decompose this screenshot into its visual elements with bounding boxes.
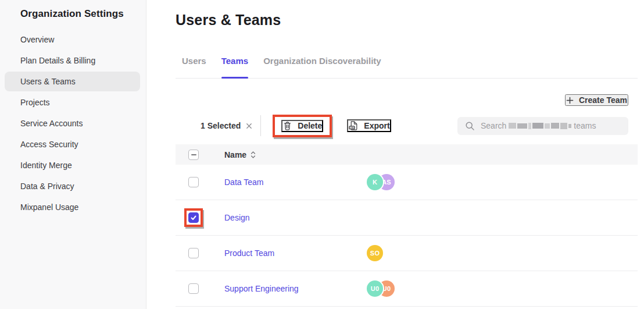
team-name-link[interactable]: Design xyxy=(224,213,250,222)
table-row-support-engineering: Support Engineering U0U0 xyxy=(176,271,638,307)
tab-organization-discoverability[interactable]: Organization Discoverability xyxy=(263,56,381,78)
tab-teams[interactable]: Teams xyxy=(221,56,248,78)
avatar: K xyxy=(367,174,383,190)
svg-text:CSV: CSV xyxy=(349,126,355,129)
sidebar-item-label: Identity Merge xyxy=(20,161,72,170)
select-all-checkbox[interactable] xyxy=(188,150,199,160)
table-row-product-team: Product Team SO xyxy=(176,236,638,271)
sidebar-item-access-security[interactable]: Access Security xyxy=(5,134,140,154)
team-name-link[interactable]: Product Team xyxy=(224,248,274,258)
tab-label: Organization Discoverability xyxy=(263,56,381,66)
teams-table: Name Data Team KAS Desi xyxy=(176,144,638,307)
main-content: Users & Teams UsersTeamsOrganization Dis… xyxy=(146,0,644,309)
app-window: Organization Settings OverviewPlan Detai… xyxy=(0,0,644,309)
table-row-data-team: Data Team KAS xyxy=(176,165,638,200)
sidebar-item-label: Access Security xyxy=(20,140,78,149)
sidebar-item-label: Data & Privacy xyxy=(20,182,74,191)
sidebar-item-label: Service Accounts xyxy=(20,119,83,128)
search-icon xyxy=(465,121,475,131)
sidebar-title: Organization Settings xyxy=(0,0,146,20)
delete-button-annotation: Delete xyxy=(273,115,332,137)
row-checkbox[interactable] xyxy=(188,248,199,258)
sidebar-item-service-accounts[interactable]: Service Accounts xyxy=(5,113,140,133)
sort-icon xyxy=(251,151,256,159)
team-name-link[interactable]: Support Engineering xyxy=(224,284,299,293)
sidebar-item-identity-merge[interactable]: Identity Merge xyxy=(5,155,140,175)
name-column-header[interactable]: Name xyxy=(224,150,256,159)
trash-icon xyxy=(282,121,292,131)
selection-status: 1 Selected xyxy=(201,121,252,130)
search-placeholder-redacted xyxy=(508,123,572,129)
tab-label: Users xyxy=(182,56,206,66)
page-title: Users & Teams xyxy=(176,12,638,28)
sidebar-item-overview[interactable]: Overview xyxy=(5,30,140,49)
delete-button[interactable]: Delete xyxy=(281,120,323,132)
search-placeholder: Searchteams xyxy=(481,121,596,130)
row-checkbox[interactable] xyxy=(188,283,199,294)
team-name-link[interactable]: Data Team xyxy=(224,177,263,187)
avatar: SO xyxy=(367,245,383,261)
row-checkbox-annotation xyxy=(184,279,203,298)
avatar-group: U0U0 xyxy=(367,280,395,297)
selected-count-label: 1 Selected xyxy=(201,121,241,130)
sidebar-item-mixpanel-usage[interactable]: Mixpanel Usage xyxy=(5,197,140,217)
sidebar-item-data-privacy[interactable]: Data & Privacy xyxy=(5,176,140,196)
close-icon xyxy=(246,123,252,129)
bulk-actions-toolbar: 1 Selected Delete xyxy=(176,114,638,137)
avatar-group: KAS xyxy=(367,174,395,190)
export-label: Export xyxy=(364,121,389,130)
row-checkbox[interactable] xyxy=(188,177,199,187)
name-column-label: Name xyxy=(224,150,246,159)
sidebar-item-label: Overview xyxy=(20,35,54,44)
export-button[interactable]: CSV Export xyxy=(347,119,391,132)
csv-export-icon: CSV xyxy=(348,120,359,131)
toolbar-divider xyxy=(260,115,261,136)
settings-sidebar: Organization Settings OverviewPlan Detai… xyxy=(0,0,146,309)
sidebar-nav: OverviewPlan Details & BillingUsers & Te… xyxy=(0,30,146,217)
table-row-design: Design xyxy=(176,200,638,236)
tab-users[interactable]: Users xyxy=(182,56,206,78)
sidebar-item-label: Users & Teams xyxy=(20,77,76,86)
sidebar-item-plan-details-billing[interactable]: Plan Details & Billing xyxy=(5,51,140,70)
create-team-row: Create Team xyxy=(176,94,628,106)
create-team-button[interactable]: Create Team xyxy=(565,94,628,106)
tab-bar: UsersTeamsOrganization Discoverability xyxy=(176,56,638,79)
avatar-group: SO xyxy=(367,245,383,261)
row-checkbox-annotation xyxy=(184,208,203,227)
table-body: Data Team KAS Design Product Team SO xyxy=(176,165,638,307)
sidebar-item-users-teams[interactable]: Users & Teams xyxy=(5,72,140,91)
create-team-label: Create Team xyxy=(579,95,627,105)
plus-icon xyxy=(566,97,574,104)
sidebar-item-label: Plan Details & Billing xyxy=(20,56,95,65)
delete-label: Delete xyxy=(298,121,322,130)
row-checkbox[interactable] xyxy=(188,212,199,223)
clear-selection-button[interactable] xyxy=(246,123,252,129)
sidebar-item-label: Mixpanel Usage xyxy=(20,203,78,212)
table-header-row: Name xyxy=(176,144,638,165)
checkmark-icon xyxy=(190,214,197,221)
sidebar-item-label: Projects xyxy=(20,98,50,107)
search-input[interactable]: Searchteams xyxy=(457,117,628,135)
avatar: U0 xyxy=(367,280,383,297)
row-checkbox-annotation xyxy=(184,244,203,262)
tab-label: Teams xyxy=(221,56,248,66)
sidebar-item-projects[interactable]: Projects xyxy=(5,93,140,112)
row-checkbox-annotation xyxy=(184,173,203,191)
